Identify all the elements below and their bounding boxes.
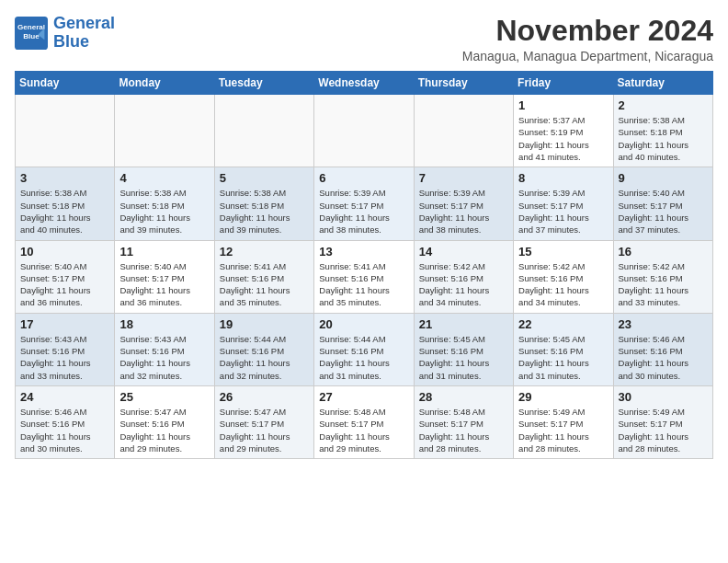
day-info: Sunrise: 5:39 AM Sunset: 5:17 PM Dayligh… bbox=[518, 187, 608, 236]
calendar-cell bbox=[414, 95, 513, 167]
calendar-cell: 15Sunrise: 5:42 AM Sunset: 5:16 PM Dayli… bbox=[514, 240, 613, 313]
day-info: Sunrise: 5:45 AM Sunset: 5:16 PM Dayligh… bbox=[419, 333, 508, 382]
calendar-cell: 11Sunrise: 5:40 AM Sunset: 5:17 PM Dayli… bbox=[115, 240, 214, 313]
calendar-cell: 23Sunrise: 5:46 AM Sunset: 5:16 PM Dayli… bbox=[613, 313, 712, 385]
day-number: 17 bbox=[20, 317, 109, 331]
calendar-cell: 5Sunrise: 5:38 AM Sunset: 5:18 PM Daylig… bbox=[214, 167, 313, 240]
day-info: Sunrise: 5:42 AM Sunset: 5:16 PM Dayligh… bbox=[518, 260, 608, 309]
month-title: November 2024 bbox=[462, 15, 713, 47]
day-number: 19 bbox=[220, 317, 309, 331]
weekday-header-friday: Friday bbox=[514, 72, 613, 95]
day-number: 11 bbox=[119, 245, 209, 259]
day-info: Sunrise: 5:46 AM Sunset: 5:16 PM Dayligh… bbox=[619, 333, 708, 382]
calendar-cell: 26Sunrise: 5:47 AM Sunset: 5:17 PM Dayli… bbox=[214, 385, 313, 458]
weekday-header-wednesday: Wednesday bbox=[314, 72, 414, 95]
weekday-header-monday: Monday bbox=[115, 72, 214, 95]
calendar-row-5: 24Sunrise: 5:46 AM Sunset: 5:16 PM Dayli… bbox=[16, 385, 713, 458]
day-info: Sunrise: 5:38 AM Sunset: 5:18 PM Dayligh… bbox=[119, 187, 209, 236]
calendar-cell: 2Sunrise: 5:38 AM Sunset: 5:18 PM Daylig… bbox=[613, 95, 712, 167]
day-number: 18 bbox=[119, 317, 209, 331]
day-number: 9 bbox=[619, 171, 708, 185]
calendar-cell: 4Sunrise: 5:38 AM Sunset: 5:18 PM Daylig… bbox=[115, 167, 214, 240]
logo-text: General Blue bbox=[53, 15, 115, 52]
calendar-cell: 16Sunrise: 5:42 AM Sunset: 5:16 PM Dayli… bbox=[613, 240, 712, 313]
day-number: 29 bbox=[518, 390, 608, 404]
day-number: 3 bbox=[20, 171, 109, 185]
day-info: Sunrise: 5:40 AM Sunset: 5:17 PM Dayligh… bbox=[119, 260, 209, 309]
day-info: Sunrise: 5:39 AM Sunset: 5:17 PM Dayligh… bbox=[419, 187, 508, 236]
calendar-cell: 18Sunrise: 5:43 AM Sunset: 5:16 PM Dayli… bbox=[115, 313, 214, 385]
day-info: Sunrise: 5:48 AM Sunset: 5:17 PM Dayligh… bbox=[419, 406, 508, 454]
day-info: Sunrise: 5:38 AM Sunset: 5:18 PM Dayligh… bbox=[220, 187, 309, 236]
calendar-row-3: 10Sunrise: 5:40 AM Sunset: 5:17 PM Dayli… bbox=[16, 240, 713, 313]
day-info: Sunrise: 5:42 AM Sunset: 5:16 PM Dayligh… bbox=[419, 260, 508, 309]
calendar-cell: 8Sunrise: 5:39 AM Sunset: 5:17 PM Daylig… bbox=[514, 167, 613, 240]
location-subtitle: Managua, Managua Department, Nicaragua bbox=[462, 49, 713, 63]
day-number: 5 bbox=[220, 171, 309, 185]
day-number: 10 bbox=[20, 245, 109, 259]
calendar-cell: 22Sunrise: 5:45 AM Sunset: 5:16 PM Dayli… bbox=[514, 313, 613, 385]
calendar-row-4: 17Sunrise: 5:43 AM Sunset: 5:16 PM Dayli… bbox=[16, 313, 713, 385]
calendar-cell: 17Sunrise: 5:43 AM Sunset: 5:16 PM Dayli… bbox=[16, 313, 115, 385]
calendar-cell bbox=[314, 95, 414, 167]
calendar-cell: 14Sunrise: 5:42 AM Sunset: 5:16 PM Dayli… bbox=[414, 240, 513, 313]
day-number: 30 bbox=[619, 390, 708, 404]
day-info: Sunrise: 5:41 AM Sunset: 5:16 PM Dayligh… bbox=[319, 260, 408, 309]
weekday-header-saturday: Saturday bbox=[613, 72, 712, 95]
day-info: Sunrise: 5:43 AM Sunset: 5:16 PM Dayligh… bbox=[20, 333, 109, 382]
day-number: 15 bbox=[518, 245, 608, 259]
day-number: 24 bbox=[20, 390, 109, 404]
day-info: Sunrise: 5:43 AM Sunset: 5:16 PM Dayligh… bbox=[119, 333, 209, 382]
day-info: Sunrise: 5:47 AM Sunset: 5:16 PM Dayligh… bbox=[119, 406, 209, 454]
day-info: Sunrise: 5:46 AM Sunset: 5:16 PM Dayligh… bbox=[20, 406, 109, 454]
day-info: Sunrise: 5:49 AM Sunset: 5:17 PM Dayligh… bbox=[619, 406, 708, 454]
day-number: 16 bbox=[619, 245, 708, 259]
logo-icon: General Blue bbox=[15, 17, 48, 50]
day-number: 23 bbox=[619, 317, 708, 331]
svg-text:Blue: Blue bbox=[23, 32, 40, 40]
weekday-header-row: SundayMondayTuesdayWednesdayThursdayFrid… bbox=[16, 72, 713, 95]
weekday-header-tuesday: Tuesday bbox=[214, 72, 313, 95]
calendar-cell: 30Sunrise: 5:49 AM Sunset: 5:17 PM Dayli… bbox=[613, 385, 712, 458]
calendar-cell: 12Sunrise: 5:41 AM Sunset: 5:16 PM Dayli… bbox=[214, 240, 313, 313]
day-info: Sunrise: 5:38 AM Sunset: 5:18 PM Dayligh… bbox=[619, 114, 708, 163]
calendar-cell: 1Sunrise: 5:37 AM Sunset: 5:19 PM Daylig… bbox=[514, 95, 613, 167]
calendar-cell: 3Sunrise: 5:38 AM Sunset: 5:18 PM Daylig… bbox=[16, 167, 115, 240]
day-number: 12 bbox=[220, 245, 309, 259]
day-number: 1 bbox=[518, 98, 608, 112]
day-info: Sunrise: 5:41 AM Sunset: 5:16 PM Dayligh… bbox=[220, 260, 309, 309]
calendar-cell: 10Sunrise: 5:40 AM Sunset: 5:17 PM Dayli… bbox=[16, 240, 115, 313]
calendar-cell: 21Sunrise: 5:45 AM Sunset: 5:16 PM Dayli… bbox=[414, 313, 513, 385]
calendar-cell: 20Sunrise: 5:44 AM Sunset: 5:16 PM Dayli… bbox=[314, 313, 414, 385]
day-number: 6 bbox=[319, 171, 408, 185]
day-number: 2 bbox=[619, 98, 708, 112]
calendar-cell bbox=[214, 95, 313, 167]
day-number: 20 bbox=[319, 317, 408, 331]
day-number: 7 bbox=[419, 171, 508, 185]
day-number: 25 bbox=[119, 390, 209, 404]
day-info: Sunrise: 5:40 AM Sunset: 5:17 PM Dayligh… bbox=[619, 187, 708, 236]
calendar-cell: 7Sunrise: 5:39 AM Sunset: 5:17 PM Daylig… bbox=[414, 167, 513, 240]
day-number: 8 bbox=[518, 171, 608, 185]
day-info: Sunrise: 5:40 AM Sunset: 5:17 PM Dayligh… bbox=[20, 260, 109, 309]
calendar-row-1: 1Sunrise: 5:37 AM Sunset: 5:19 PM Daylig… bbox=[16, 95, 713, 167]
calendar-cell: 6Sunrise: 5:39 AM Sunset: 5:17 PM Daylig… bbox=[314, 167, 414, 240]
day-info: Sunrise: 5:49 AM Sunset: 5:17 PM Dayligh… bbox=[518, 406, 608, 454]
day-number: 22 bbox=[518, 317, 608, 331]
day-info: Sunrise: 5:39 AM Sunset: 5:17 PM Dayligh… bbox=[319, 187, 408, 236]
calendar-cell: 27Sunrise: 5:48 AM Sunset: 5:17 PM Dayli… bbox=[314, 385, 414, 458]
day-info: Sunrise: 5:45 AM Sunset: 5:16 PM Dayligh… bbox=[518, 333, 608, 382]
calendar-cell: 9Sunrise: 5:40 AM Sunset: 5:17 PM Daylig… bbox=[613, 167, 712, 240]
day-info: Sunrise: 5:47 AM Sunset: 5:17 PM Dayligh… bbox=[220, 406, 309, 454]
day-number: 21 bbox=[419, 317, 508, 331]
day-info: Sunrise: 5:48 AM Sunset: 5:17 PM Dayligh… bbox=[319, 406, 408, 454]
day-info: Sunrise: 5:38 AM Sunset: 5:18 PM Dayligh… bbox=[20, 187, 109, 236]
svg-text:General: General bbox=[17, 23, 45, 31]
calendar-cell: 24Sunrise: 5:46 AM Sunset: 5:16 PM Dayli… bbox=[16, 385, 115, 458]
day-number: 28 bbox=[419, 390, 508, 404]
calendar-table: SundayMondayTuesdayWednesdayThursdayFrid… bbox=[15, 71, 713, 459]
day-info: Sunrise: 5:42 AM Sunset: 5:16 PM Dayligh… bbox=[619, 260, 708, 309]
weekday-header-sunday: Sunday bbox=[16, 72, 115, 95]
calendar-cell: 25Sunrise: 5:47 AM Sunset: 5:16 PM Dayli… bbox=[115, 385, 214, 458]
day-number: 4 bbox=[119, 171, 209, 185]
